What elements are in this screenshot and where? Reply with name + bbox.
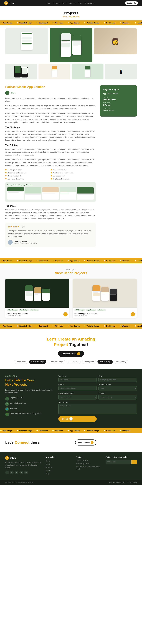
solution-text-2: Lorem ipsum dolor sit amet, consectetur …: [5, 158, 96, 167]
star-icon: ✦: [119, 325, 121, 327]
form-email-input[interactable]: [99, 378, 137, 382]
app-screenshot: [77, 187, 94, 200]
project-title-text-2: Pet Food App – Ecommerce: [75, 312, 97, 314]
footer-nav-list: Home About Services Projects Blogs: [46, 460, 72, 474]
star-icon: ✦: [135, 260, 136, 262]
footer-nav-services[interactable]: Services: [46, 466, 52, 468]
footer-bottom: Copyright © 2024 Olivia. All Rights Rese…: [0, 480, 142, 485]
project-card-petfood[interactable]: UI/UX Design App Design Wireframe Pet Fo…: [73, 279, 137, 318]
form-group-name: Your Name *: [58, 375, 97, 382]
social-icons: f in ✕ ▶ Li: [5, 471, 41, 474]
form-name-input[interactable]: [58, 378, 97, 382]
marquee-item: ✦ Wireframe: [52, 325, 63, 327]
marquee-item: ✦ Website Design: [17, 325, 32, 327]
tag-app-2: App Design: [86, 309, 96, 311]
footer-terms-link[interactable]: User Terms & Conditions: [109, 482, 125, 483]
bullet-icon: [5, 169, 7, 170]
sidebar-category: App UI/UX Design: [103, 93, 133, 95]
nav-contact-button[interactable]: Contact Me: [125, 2, 138, 5]
cloud-tag-mobile[interactable]: Mobile App Design: [48, 360, 65, 364]
nav-link-testimonials[interactable]: Testimonials: [85, 2, 94, 4]
view-all-label: View All Blogs: [78, 442, 90, 444]
star-icon: ✦: [119, 430, 121, 432]
marquee-item: ✦ App Design: [0, 260, 12, 262]
nav-link-home[interactable]: Home: [46, 2, 50, 4]
sidebar-duration-value: 2 Months: [103, 104, 133, 106]
form-country-select[interactable]: Select Country United States United King…: [99, 395, 137, 400]
marquee-strip-4: ✦ App Design ✦ Website Design ✦ Dashboar…: [0, 428, 142, 433]
marquee-inner-2: ✦ App Design ✦ Website Design ✦ Dashboar…: [0, 260, 142, 262]
project-arrow-button-petfood[interactable]: →: [131, 312, 135, 316]
project-card-coffee[interactable]: UI/UX Design App Design #Wireframe Coffe…: [5, 279, 69, 318]
contact-form: Your Name * Email * Phone * I'm Interest…: [58, 375, 137, 422]
star-icon: ✦: [67, 325, 69, 327]
social-twitter-icon[interactable]: ✕: [15, 471, 18, 474]
form-group-message: Your Message: [58, 401, 137, 414]
nav-link-about[interactable]: About: [62, 2, 66, 4]
marquee-item: ✦ App Design: [135, 260, 142, 262]
footer-privacy-link[interactable]: Privacy Policy: [128, 482, 137, 483]
review-text: Sed ut perspiciatis unde omnis iste natu…: [8, 230, 93, 238]
footer-nav-home[interactable]: Home: [46, 460, 50, 462]
cloud-tag-brand[interactable]: Brand Identity: [114, 360, 128, 364]
project-title-text: Coffee Shop App – Coffee: [7, 312, 28, 314]
social-facebook-icon[interactable]: f: [5, 471, 9, 474]
cloud-tag-landing[interactable]: Landing Page: [82, 360, 96, 364]
nav-link-blogs[interactable]: Blogs: [78, 2, 82, 4]
breadcrumb-home[interactable]: Home: [62, 16, 67, 18]
form-submit-button[interactable]: Submit →: [58, 416, 97, 422]
newsletter-email-input[interactable]: [106, 460, 131, 464]
marquee-item: ✦ App Design: [135, 325, 142, 327]
nav-link-projects[interactable]: Projects: [69, 2, 75, 4]
sidebar-duration-label: Duration: [103, 102, 133, 104]
social-youtube-icon[interactable]: ▶: [20, 471, 23, 474]
sidebar-category-title: Project Category: [103, 88, 133, 90]
form-interested-select[interactable]: Select App Design Website Design: [99, 386, 137, 391]
social-linkedin-icon[interactable]: Li: [24, 471, 28, 474]
marquee-item: ✦ App Design: [0, 22, 12, 24]
footer-navigation-col: Navigation Home About Services Projects …: [46, 456, 72, 476]
breadcrumb-separator: /: [67, 16, 68, 18]
nav-brand-name: Olivia.: [9, 2, 15, 4]
other-projects-heading: View Other Projects: [5, 271, 137, 275]
form-phone-input[interactable]: [58, 386, 97, 390]
cta-contact-button[interactable]: Contact Us Now →: [58, 350, 84, 357]
rating-row: ★★★★★ 5.0: [8, 225, 93, 228]
footer-logo-name: Olivia.: [10, 457, 16, 459]
star-icon: ✦: [119, 260, 121, 262]
email-icon: ✉: [5, 402, 9, 406]
marquee-item: ✦ App Design: [67, 260, 80, 262]
footer-description: Lorem ipsum dolor sit amet, consectetur …: [5, 461, 41, 469]
solution-item-text: Adipiscing enim: [53, 175, 65, 177]
footer-nav-blogs[interactable]: Blogs: [46, 473, 50, 474]
contact-phone-value: +1(406) 555-0120: [10, 397, 24, 399]
footer-nav-about[interactable]: About: [46, 463, 50, 465]
solution-item-text: Dicas vite sunt explicabo: [8, 172, 26, 174]
nav-link-services[interactable]: Services: [53, 2, 59, 4]
marquee-item: ✦ App Design: [0, 325, 12, 327]
solution-item-text: Explicabo Nemo enim: [53, 178, 70, 180]
marquee-item: ✦ Website Design: [84, 430, 99, 432]
project-subtitle-text: Ordering App Solution: [7, 314, 28, 316]
solution-item-text: Lorem ipsum dolor: [8, 169, 22, 171]
submit-btn-label: Submit: [62, 418, 68, 420]
tags-cloud: Design Terms Wireframe Design Mobile App…: [5, 360, 137, 364]
newsletter-submit-button[interactable]: →: [131, 460, 137, 464]
cloud-tag-design-terms[interactable]: Design Terms: [14, 360, 28, 364]
cloud-tag-product[interactable]: Product Design: [97, 360, 113, 364]
star-icon: ✦: [84, 430, 86, 432]
form-group-budget: Budget Range (USD) * Select Range $1k - …: [58, 392, 97, 400]
star-icon: ✦: [67, 430, 69, 432]
footer-nav-projects[interactable]: Projects: [46, 470, 51, 471]
cloud-tag-wireframe[interactable]: Wireframe Design: [29, 360, 46, 364]
marquee-item: ✦ Website Design: [17, 430, 32, 432]
star-icon: ✦: [0, 260, 2, 262]
view-all-blogs-button[interactable]: View All Blogs →: [75, 440, 96, 446]
star-icon: ✦: [67, 22, 69, 24]
cloud-tag-uiux[interactable]: UI/UX Design: [66, 360, 81, 364]
form-message-textarea[interactable]: [58, 404, 137, 414]
form-budget-select[interactable]: Select Range $1k - $5k $5k - $10k: [58, 395, 97, 400]
contact-description: Lorem ipsum dolor sit amet, consectetur …: [5, 389, 54, 394]
social-instagram-icon[interactable]: in: [10, 471, 14, 474]
project-arrow-button-coffee[interactable]: →: [63, 312, 67, 316]
